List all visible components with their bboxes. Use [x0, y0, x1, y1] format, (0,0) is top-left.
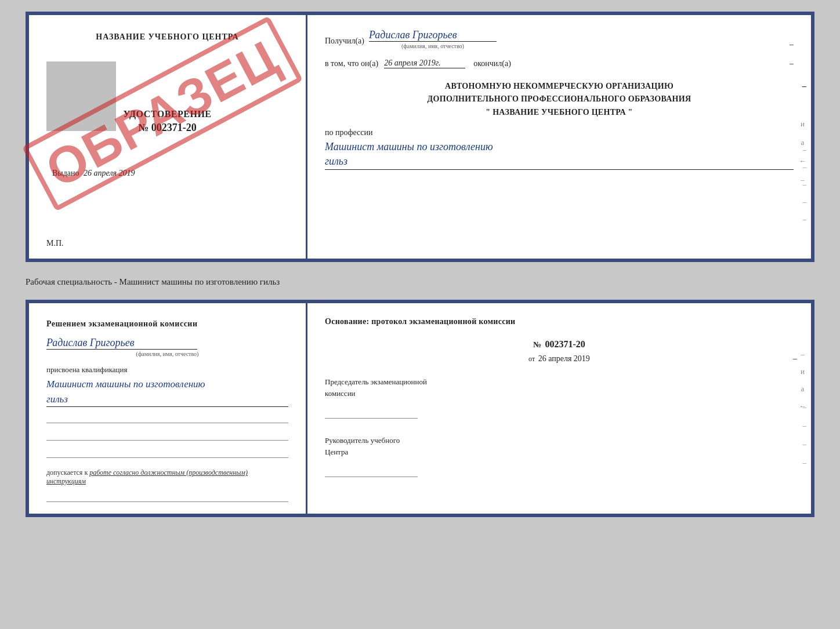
protocol-date: 26 апреля 2019 [538, 354, 590, 363]
vtom-line: в том, что он(а) 26 апреля 2019г. окончи… [325, 59, 794, 68]
right-bottom-dashes: – – – – [803, 402, 807, 467]
blank-line-2 [46, 430, 288, 441]
org-block: АВТОНОМНУЮ НЕКОММЕРЧЕСКУЮ ОРГАНИЗАЦИЮ ДО… [325, 80, 794, 119]
predsedatel-line2: комиссии [325, 388, 794, 399]
bdash5: – [803, 145, 807, 154]
received-name: Радислав Григорьев [369, 29, 497, 42]
vudano-label: Выдано [52, 169, 79, 177]
protocol-num-block: № 002371-20 [325, 339, 794, 350]
bottom-document: Решением экзаменационной комиссии Радисл… [26, 300, 814, 517]
caption-line: Рабочая специальность - Машинист машины … [26, 272, 814, 289]
bdash8: – [803, 197, 807, 206]
dopuskaetsya-block: допускается к работе согласно должностны… [46, 468, 288, 486]
rdash4: – [803, 402, 807, 412]
bdash6: – [803, 162, 807, 172]
vudano-line: Выдано 26 апреля 2019 [46, 169, 288, 178]
osnovaniye-title: Основание: протокол экзаменационной коми… [325, 317, 794, 326]
udostoverenie-block: УДОСТОВЕРЕНИЕ № 002371-20 [123, 109, 211, 134]
bottom-right-panel: Основание: протокол экзаменационной коми… [307, 303, 811, 514]
dash2: – [790, 59, 794, 68]
decision-name: Радислав Григорьев [46, 337, 197, 350]
dash1: – [790, 40, 794, 49]
prisvoena-line: присвоена квалификация [46, 365, 288, 375]
rukovoditel-podpis [325, 467, 418, 477]
top-left-panel: НАЗВАНИЕ УЧЕБНОГО ЦЕНТРА ОБРАЗЕЦ УДОСТОВ… [29, 15, 307, 259]
top-right-panel: Получил(а) Радислав Григорьев (фамилия, … [307, 15, 811, 259]
mp-label: М.П. [46, 239, 64, 248]
bottom-dashes: – – – – – [803, 145, 807, 224]
po-professii-label: по профессии [325, 128, 794, 137]
bottom-left-panel: Решением экзаменационной комиссии Радисл… [29, 303, 307, 514]
predsedatel-podpis [325, 408, 418, 419]
profession-name: Машинист машины по изготовлению гильз [325, 140, 794, 169]
protocol-num: 002371-20 [545, 339, 585, 349]
top-left-title: НАЗВАНИЕ УЧЕБНОГО ЦЕНТРА [96, 32, 238, 42]
blank-line-3 [46, 448, 288, 458]
rside-a: а [801, 384, 805, 394]
decision-title: Решением экзаменационной комиссии [46, 319, 288, 329]
rside-and: и [801, 367, 805, 376]
rdash7: – [803, 458, 807, 467]
predsedatel-line1: Председатель экзаменационной [325, 376, 794, 388]
rukovoditel-line1: Руководитель учебного [325, 435, 794, 446]
top-document: НАЗВАНИЕ УЧЕБНОГО ЦЕНТРА ОБРАЗЕЦ УДОСТОВ… [26, 12, 814, 262]
vtom-date: 26 апреля 2019г. [384, 59, 465, 68]
dash3: – [802, 80, 806, 93]
blank-line-bottom [46, 492, 288, 502]
rukovoditel-line2: Центра [325, 446, 794, 458]
vudano-date: 26 апреля 2019 [84, 169, 135, 177]
bdash9: – [803, 214, 807, 224]
qualification-text: Машинист машины по изготовлению гильз [46, 377, 288, 407]
predsedatel-block: Председатель экзаменационной комиссии [325, 376, 794, 419]
no-prefix: № [533, 340, 541, 349]
rukovoditel-block: Руководитель учебного Центра [325, 435, 794, 477]
udostoverenie-title: УДОСТОВЕРЕНИЕ [123, 109, 211, 119]
blank-line-1 [46, 413, 288, 423]
decision-fio-label: (фамилия, имя, отчество) [46, 351, 288, 357]
okoncil-label: окончил(а) [473, 59, 511, 68]
side-and: и [801, 119, 805, 129]
org-line2: ДОПОЛНИТЕЛЬНОГО ПРОФЕССИОНАЛЬНОГО ОБРАЗО… [325, 93, 794, 106]
org-line3: " НАЗВАНИЕ УЧЕБНОГО ЦЕНТРА " [325, 106, 794, 119]
po-professii-block: по профессии Машинист машины по изготовл… [325, 128, 794, 169]
rdash5: – [803, 421, 807, 430]
blank-lines [46, 413, 288, 458]
dopuskaetsya-prefix: допускается к [46, 468, 88, 477]
udostoverenie-num: № 002371-20 [123, 122, 211, 134]
received-label: Получил(а) [325, 37, 364, 46]
bdash7: – [803, 180, 807, 189]
rdash2: – [801, 350, 805, 359]
rdash1: – [793, 354, 797, 363]
photo-placeholder [46, 61, 116, 131]
rdash6: – [803, 439, 807, 449]
protocol-date-block: от 26 апреля 2019 – [325, 354, 794, 363]
org-line1: АВТОНОМНУЮ НЕКОММЕРЧЕСКУЮ ОРГАНИЗАЦИЮ [325, 80, 794, 93]
vtom-label: в том, что он(а) [325, 59, 378, 68]
fio-label: (фамилия, имя, отчество) [369, 43, 497, 49]
ot-prefix: от [528, 355, 535, 363]
